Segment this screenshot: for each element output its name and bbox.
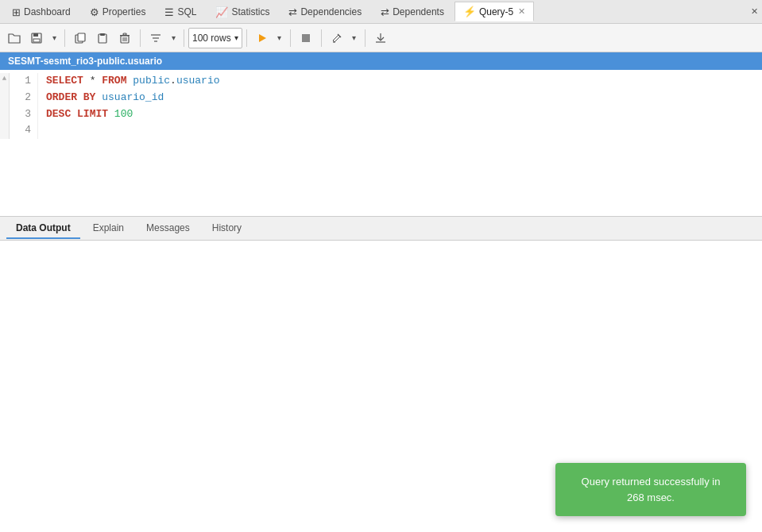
tab-properties-label: Properties	[103, 6, 146, 17]
edit-buttons	[69, 28, 136, 48]
file-buttons: ▾	[3, 28, 60, 48]
editor-header: SESMT-sesmt_rio3-public.usuario	[0, 52, 762, 70]
dependents-icon: ⇄	[381, 6, 389, 18]
divider-7	[365, 29, 366, 47]
tab-dependencies[interactable]: ⇄ Dependencies	[280, 2, 370, 21]
line-num-2: 2	[16, 90, 31, 106]
tab-dependents[interactable]: ⇄ Dependents	[372, 2, 453, 21]
divider-2	[140, 29, 141, 47]
rows-dropdown-arrow: ▾	[234, 33, 238, 42]
window-close-button[interactable]: ✕	[746, 4, 762, 20]
sql-icon: ☰	[164, 6, 174, 18]
open-folder-button[interactable]	[3, 28, 25, 48]
execute-group: ▾	[251, 28, 286, 48]
tab-properties[interactable]: ⚙ Properties	[81, 2, 155, 21]
svg-rect-6	[100, 33, 105, 36]
tab-sql-label: SQL	[177, 6, 196, 17]
tab-dashboard[interactable]: ⊞ Dashboard	[3, 2, 79, 21]
execute-button[interactable]	[251, 28, 273, 48]
code-line-1: SELECT * FROM public.usuario	[46, 73, 754, 90]
tab-dashboard-label: Dashboard	[24, 6, 71, 17]
edit-query-button[interactable]	[326, 28, 348, 48]
divider-1	[64, 29, 65, 47]
tab-query5[interactable]: ⚡ Query-5 ✕	[454, 2, 534, 21]
output-area: Query returned successfully in 268 msec.	[0, 241, 762, 532]
toast-message: Query returned successfully in 268 msec.	[582, 476, 721, 503]
stop-button[interactable]	[295, 28, 317, 48]
line-numbers: 1 2 3 4	[10, 73, 38, 139]
tab-history-label: History	[212, 222, 242, 233]
code-line-4	[46, 122, 754, 139]
editor-content: ▲ 1 2 3 4 SELECT * FROM public.usuario O…	[0, 70, 762, 142]
tab-sql[interactable]: ☰ SQL	[156, 2, 205, 21]
divider-6	[321, 29, 322, 47]
code-line-3: DESC LIMIT 100	[46, 106, 754, 123]
line-num-1: 1	[16, 73, 31, 90]
svg-rect-17	[302, 34, 310, 42]
tab-messages[interactable]: Messages	[137, 218, 199, 239]
svg-rect-2	[33, 39, 40, 42]
svg-rect-1	[33, 33, 38, 37]
download-button[interactable]	[369, 28, 392, 48]
scroll-up-arrow[interactable]: ▲	[2, 73, 6, 84]
edit-query-group: ▾	[326, 28, 361, 48]
rows-label: 100 rows	[192, 33, 231, 44]
code-line-2: ORDER BY usuario_id	[46, 90, 754, 106]
tab-dependencies-label: Dependencies	[300, 6, 362, 17]
toast-notification: Query returned successfully in 268 msec.	[555, 463, 746, 516]
divider-5	[290, 29, 291, 47]
main-page: ⊞ Dashboard ⚙ Properties ☰ SQL 📈 Statist…	[0, 0, 762, 532]
editor-header-text: SESMT-sesmt_rio3-public.usuario	[8, 56, 162, 67]
tab-statistics-label: Statistics	[231, 6, 269, 17]
divider-4	[246, 29, 247, 47]
filter-group: ▾	[145, 28, 180, 48]
statistics-icon: 📈	[215, 6, 228, 18]
tab-explain[interactable]: Explain	[83, 218, 133, 239]
properties-icon: ⚙	[90, 6, 99, 18]
save-button[interactable]	[25, 28, 48, 48]
dependencies-icon: ⇄	[288, 6, 297, 18]
tab-history[interactable]: History	[203, 218, 251, 239]
sql-editor[interactable]: ▲ 1 2 3 4 SELECT * FROM public.usuario O…	[0, 70, 762, 217]
divider-3	[184, 29, 184, 47]
edit-query-dropdown-button[interactable]: ▾	[348, 28, 361, 48]
tab-messages-label: Messages	[146, 222, 190, 233]
editor-left-scrollbar[interactable]: ▲	[0, 73, 10, 139]
query5-icon: ⚡	[463, 6, 476, 17]
toolbar: ▾ ▾ 100 rows ▾	[0, 24, 762, 52]
dashboard-icon: ⊞	[12, 6, 21, 18]
svg-rect-8	[123, 33, 126, 35]
bottom-tab-bar: Data Output Explain Messages History	[0, 217, 762, 241]
paste-button[interactable]	[91, 28, 114, 48]
save-dropdown-button[interactable]: ▾	[48, 28, 60, 48]
top-tab-bar: ⊞ Dashboard ⚙ Properties ☰ SQL 📈 Statist…	[0, 0, 762, 24]
filter-dropdown-button[interactable]: ▾	[167, 28, 180, 48]
tab-explain-label: Explain	[93, 222, 124, 233]
line-num-3: 3	[16, 106, 31, 123]
rows-selector[interactable]: 100 rows ▾	[188, 28, 242, 48]
tab-query5-close[interactable]: ✕	[518, 6, 525, 17]
copy-button[interactable]	[69, 28, 91, 48]
svg-rect-4	[78, 33, 85, 41]
tab-data-output-label: Data Output	[16, 222, 71, 233]
tab-data-output[interactable]: Data Output	[6, 218, 80, 239]
line-num-4: 4	[16, 122, 31, 139]
execute-dropdown-button[interactable]: ▾	[273, 28, 286, 48]
svg-marker-16	[259, 34, 266, 42]
tab-statistics[interactable]: 📈 Statistics	[207, 2, 278, 21]
delete-button[interactable]	[114, 28, 136, 48]
code-area[interactable]: SELECT * FROM public.usuario ORDER BY us…	[38, 73, 762, 139]
tab-query5-label: Query-5	[479, 6, 513, 17]
tab-dependents-label: Dependents	[393, 6, 444, 17]
filter-button[interactable]	[145, 28, 167, 48]
